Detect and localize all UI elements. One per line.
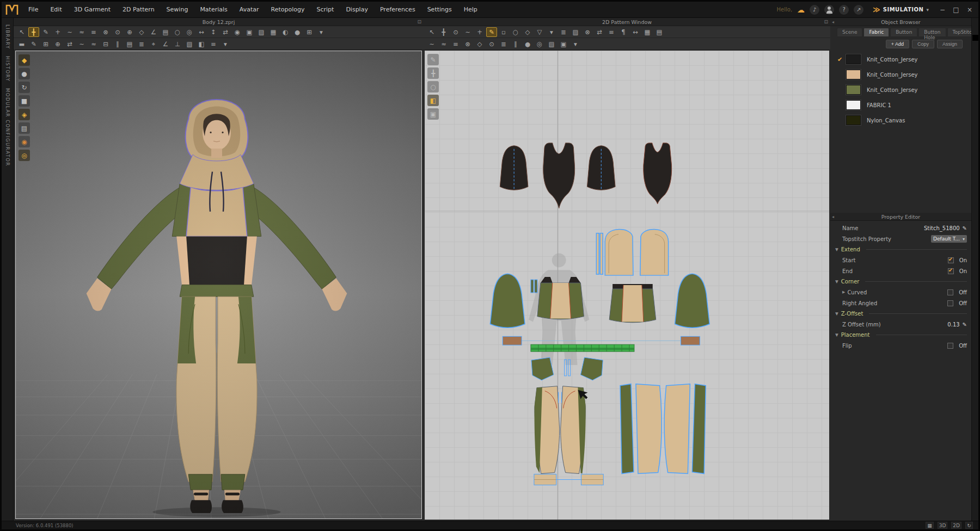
cut-sew-icon[interactable]: ⊗ — [582, 27, 593, 37]
segment-sew-2d-icon[interactable]: ∼ — [426, 39, 437, 49]
pattern-sleeve-left[interactable] — [490, 274, 525, 328]
quad-icon[interactable]: ⊞ — [40, 39, 51, 49]
measure-icon[interactable]: ↔ — [196, 27, 207, 37]
triangle-right-icon[interactable]: ▶ — [842, 290, 845, 294]
menu-preferences[interactable]: Preferences — [375, 4, 420, 15]
tack-icon[interactable]: ⊕ — [124, 27, 135, 37]
pattern-waistband-right[interactable] — [681, 336, 700, 345]
viewport-3d[interactable]: ◆●↻■◈▤◉◎ — [15, 51, 422, 519]
sleeve-left[interactable] — [97, 187, 188, 289]
show-skin-icon[interactable]: ◉ — [19, 136, 30, 147]
menu-script[interactable]: Script — [311, 4, 339, 15]
pleat-icon[interactable]: ≣ — [498, 39, 509, 49]
seam-allowance-icon[interactable]: ≣ — [558, 27, 569, 37]
wind-icon[interactable]: ∠ — [148, 27, 159, 37]
detach-sew-2d-icon[interactable]: ⊗ — [462, 39, 473, 49]
object-browser-tab[interactable]: Scene — [837, 28, 862, 37]
symmetry-icon[interactable]: ∥ — [112, 39, 123, 49]
user-account-icon[interactable] — [824, 5, 834, 15]
pattern-hood-left[interactable] — [605, 230, 633, 276]
rectangle-icon[interactable]: ▫ — [498, 27, 509, 37]
edit-curvature-icon[interactable]: ∼ — [462, 27, 473, 37]
pattern-pocket-left[interactable] — [531, 357, 554, 380]
grid-snap-icon[interactable]: ⊞ — [304, 27, 315, 37]
Nylon_Canvas[interactable]: Nylon_Canvas — [830, 113, 971, 128]
history-rail-tab[interactable]: HISTORY — [5, 56, 10, 82]
edit-point-icon[interactable]: ⊙ — [450, 27, 461, 37]
pin-2d-icon[interactable]: ⊙ — [486, 39, 497, 49]
sync-view-icon[interactable]: ↻ — [965, 522, 973, 529]
grading-icon[interactable]: ≡ — [606, 27, 617, 37]
name-value[interactable]: Stitch_51800 — [924, 225, 960, 231]
pen-2d-icon[interactable]: ✎ — [486, 27, 497, 37]
menu-materials[interactable]: Materials — [195, 4, 232, 15]
pen-3d-icon[interactable]: ✎ — [40, 27, 51, 37]
help-icon[interactable]: ? — [839, 5, 849, 15]
Knit_Cotton_Jersey[interactable]: Knit_Cotton_Jersey — [830, 82, 971, 97]
pattern-bodysuit-front[interactable] — [543, 143, 575, 208]
end-checkbox[interactable] — [948, 268, 954, 274]
pin-icon[interactable]: ⊙ — [112, 27, 123, 37]
show-world-icon[interactable]: ◎ — [19, 150, 30, 161]
section-corner[interactable]: ▼ Corner — [830, 276, 971, 287]
topstitch-property-dropdown[interactable]: Default T... ▾ — [931, 235, 967, 243]
wireframe-icon[interactable]: ▧ — [184, 39, 195, 49]
pattern-waistband-left[interactable] — [503, 336, 522, 345]
unfold-icon[interactable]: ⇄ — [594, 27, 605, 37]
section-extend[interactable]: ▼ Extend — [830, 244, 971, 255]
fold-arrangement-icon[interactable]: ◇ — [136, 27, 147, 37]
polygon-icon[interactable]: ◇ — [522, 27, 533, 37]
edit-pattern-icon[interactable]: ╋ — [438, 27, 449, 37]
options-2d-icon[interactable]: ▾ — [570, 39, 581, 49]
measure-2d-icon[interactable]: ↔ — [630, 27, 641, 37]
library-rail-tab[interactable]: LIBRARY — [5, 24, 10, 50]
minimize-button[interactable]: − — [938, 6, 947, 14]
tape-icon[interactable]: ↕ — [208, 27, 219, 37]
show-garment-icon[interactable]: ◆ — [19, 54, 30, 66]
transform-pattern-icon[interactable]: ╋ — [28, 27, 39, 37]
pan-tool-icon[interactable]: ╋ — [427, 67, 439, 79]
texture-icon[interactable]: ▨ — [256, 27, 267, 37]
guides-icon[interactable]: ≣ — [136, 39, 147, 49]
menu-settings[interactable]: Settings — [422, 4, 457, 15]
object-browser-tab[interactable]: Fabric — [863, 28, 889, 37]
undock-icon[interactable]: ⊡ — [824, 19, 828, 24]
Knit_Cotton_Jersey[interactable]: Knit_Cotton_Jersey — [830, 67, 971, 82]
curved-checkbox[interactable] — [947, 289, 953, 295]
free-sewing-icon[interactable]: ≡ — [88, 27, 99, 37]
smooth-icon[interactable]: ∼ — [76, 39, 87, 49]
free-sew-2d-icon[interactable]: ≈ — [438, 39, 449, 49]
shade-icon[interactable]: ◧ — [196, 39, 207, 49]
flip-checkbox[interactable] — [947, 343, 953, 349]
pattern-bodysuit-back[interactable] — [644, 143, 672, 204]
pants-waistband[interactable] — [180, 285, 254, 297]
section-z-offset[interactable]: ▼ Z-Offset — [830, 308, 971, 319]
close-button[interactable]: × — [965, 6, 974, 14]
menu-2d-pattern[interactable]: 2D Pattern — [118, 4, 160, 15]
zipper-icon[interactable]: ∥ — [510, 39, 521, 49]
menu-help[interactable]: Help — [459, 4, 482, 15]
share-icon[interactable]: ↗ — [854, 5, 863, 15]
shirring-icon[interactable]: ▧ — [546, 39, 557, 49]
flatten-icon[interactable]: ▤ — [160, 27, 171, 37]
align-icon[interactable]: ≡ — [208, 39, 219, 49]
retopo-pen-icon[interactable]: ✎ — [28, 39, 39, 49]
camera-icon[interactable]: ◐ — [280, 27, 291, 37]
transform-pattern-2d-icon[interactable]: ↖ — [426, 27, 437, 37]
options-3d-icon[interactable]: ▾ — [316, 27, 327, 37]
show-grid-2d-icon[interactable]: ▤ — [654, 27, 665, 37]
buttonhole-icon[interactable]: ◎ — [534, 39, 545, 49]
object-browser-tab[interactable]: Button — [890, 28, 917, 37]
texture-2d-icon[interactable]: ▦ — [642, 27, 653, 37]
relax-icon[interactable]: ≈ — [88, 39, 99, 49]
scroll-thumb[interactable] — [972, 35, 978, 41]
pattern-sleeve-right[interactable] — [675, 274, 710, 328]
button-icon[interactable]: ● — [522, 39, 533, 49]
mode-2d-icon[interactable]: 2D — [951, 522, 961, 529]
menu-avatar[interactable]: Avatar — [235, 4, 264, 15]
show-pose-icon[interactable]: ↻ — [19, 82, 30, 93]
pattern-2d-canvas-area[interactable]: ✎╋○◧▣ — [425, 51, 829, 520]
normal-icon[interactable]: ⊥ — [172, 39, 183, 49]
Knit_Cotton_Jersey[interactable]: Knit_Cotton_Jersey — [830, 52, 971, 67]
edit-sewing-icon[interactable]: ∼ — [64, 27, 75, 37]
